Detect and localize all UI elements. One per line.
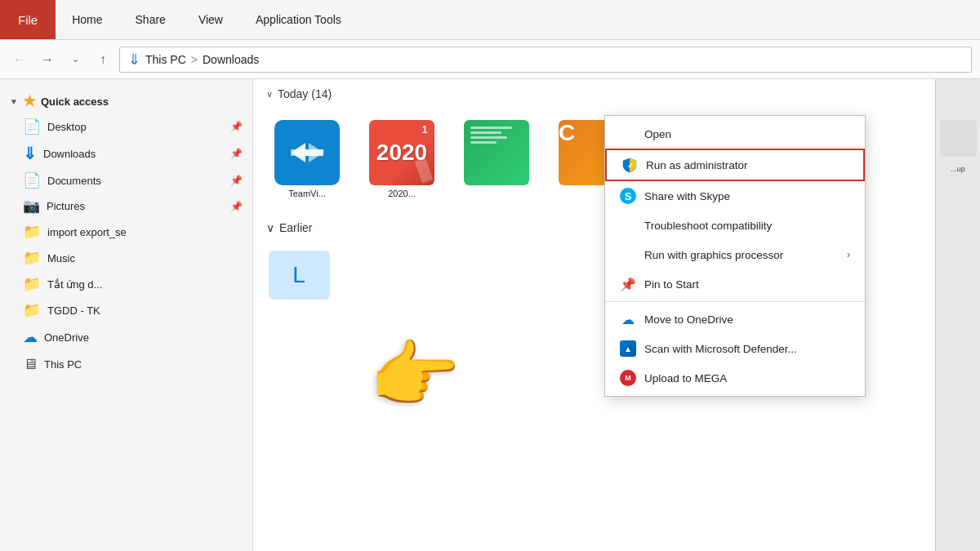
forward-button[interactable]: → (36, 48, 59, 71)
skype-icon: S (620, 188, 636, 204)
tgdd-folder-icon: 📁 (23, 301, 41, 319)
today-label: Today (14) (278, 87, 332, 100)
pin-icon-documents: 📌 (230, 175, 243, 186)
ctx-graphics-label: Run with graphics processor (644, 249, 783, 261)
ctx-pin[interactable]: 📌 Pin to Start (605, 269, 865, 299)
sidebar-item-thispc[interactable]: 🖥 This PC (0, 351, 252, 378)
mega-icon: M (620, 370, 636, 386)
sidebar-item-import[interactable]: 📁 import export_se (0, 219, 252, 245)
pictures-icon: 📷 (23, 198, 40, 215)
context-menu: Open ✓ Run as administrator S Shar (604, 115, 866, 397)
file-item-partial[interactable]: L (266, 246, 332, 308)
ctx-troubleshoot[interactable]: Troubleshoot compatibility (605, 211, 865, 240)
right-strip: ...up (935, 79, 980, 551)
icon-2020: 2020 1 (369, 120, 434, 185)
ctx-run-admin[interactable]: ✓ Run as administrator (605, 149, 865, 181)
nav-bar: ← → ⌄ ↑ ⇓ This PC > Downloads (0, 40, 980, 79)
path-pc: This PC (145, 53, 186, 66)
ctx-pin-icon: 📌 (620, 276, 636, 292)
main-layout: ▼ ★ Quick access 📄 Desktop 📌 ⇓ Downloads… (0, 79, 980, 551)
pin-icon-pictures: 📌 (230, 201, 243, 212)
address-bar[interactable]: ⇓ This PC > Downloads (119, 47, 972, 73)
menu-bar: File Home Share View Application Tools (0, 0, 980, 40)
sidebar-item-music[interactable]: 📁 Music (0, 245, 252, 271)
ctx-skype-label: Share with Skype (644, 190, 730, 202)
expand-arrow: ▼ (10, 97, 18, 106)
svg-text:✓: ✓ (627, 162, 634, 170)
pin-icon-desktop: 📌 (230, 121, 243, 132)
ctx-pin-label: Pin to Start (644, 278, 699, 291)
sidebar-item-pictures[interactable]: 📷 Pictures 📌 (0, 193, 252, 219)
downloads-icon: ⇓ (23, 144, 37, 163)
ctx-defender-label: Scan with Microsoft Defender... (644, 343, 797, 355)
sidebar-item-tatung[interactable]: 📁 Tắt ứng d... (0, 271, 252, 297)
menu-home[interactable]: Home (56, 0, 118, 39)
ctx-open-label: Open (644, 128, 671, 140)
teamviewer-label: TeamVi... (288, 189, 326, 198)
ctx-defender[interactable]: ▲ Scan with Microsoft Defender... (605, 334, 865, 363)
sidebar-label-import: import export_se (47, 226, 127, 238)
label-2020: 2020... (388, 189, 416, 198)
ctx-graphics[interactable]: Run with graphics processor › (605, 240, 865, 269)
today-section-header[interactable]: ∨ Today (14) (253, 79, 980, 109)
sidebar-label-desktop: Desktop (47, 121, 87, 133)
shield-icon: ✓ (621, 157, 638, 173)
sidebar-label-thispc: This PC (44, 358, 82, 371)
ctx-skype[interactable]: S Share with Skype (605, 181, 865, 211)
sidebar-label-music: Music (47, 252, 75, 264)
documents-icon: 📄 (23, 171, 41, 189)
chevron-right-icon: › (847, 249, 850, 260)
back-button[interactable]: ← (8, 48, 31, 71)
sidebar-item-downloads[interactable]: ⇓ Downloads 📌 (0, 140, 252, 167)
recent-button[interactable]: ⌄ (64, 48, 87, 71)
chevron-down-icon: ∨ (266, 89, 273, 100)
ctx-separator-1 (605, 301, 865, 302)
menu-share[interactable]: Share (119, 0, 182, 39)
ctx-mega[interactable]: M Upload to MEGA (605, 363, 865, 393)
ctx-mega-label: Upload to MEGA (644, 372, 727, 384)
teamviewer-thumb (274, 120, 340, 185)
sidebar-item-tgdd[interactable]: 📁 TGDD - TK (0, 297, 252, 323)
right-item-1 (940, 120, 977, 157)
sidebar-label-pictures: Pictures (47, 200, 85, 212)
ctx-open[interactable]: Open (605, 119, 865, 149)
quick-access-header[interactable]: ▼ ★ Quick access (0, 89, 252, 113)
onedrive-icon-ctx: ☁ (620, 311, 636, 327)
sidebar: ▼ ★ Quick access 📄 Desktop 📌 ⇓ Downloads… (0, 79, 253, 551)
menu-app-tools[interactable]: Application Tools (239, 0, 358, 39)
up-button[interactable]: ↑ (91, 48, 114, 71)
ctx-run-admin-label: Run as administrator (646, 159, 748, 171)
pin-icon-downloads: 📌 (230, 148, 243, 159)
teamviewer-icon (274, 120, 340, 185)
menu-file[interactable]: File (0, 0, 56, 39)
quick-access-label: Quick access (41, 96, 109, 108)
onedrive-icon: ☁ (23, 328, 38, 346)
sidebar-item-documents[interactable]: 📄 Documents 📌 (0, 167, 252, 193)
thispc-icon: 🖥 (23, 356, 38, 373)
sidebar-label-tatung: Tắt ứng d... (47, 278, 102, 291)
defender-icon: ▲ (620, 340, 636, 357)
import-folder-icon: 📁 (23, 223, 41, 241)
folder-icon: ⇓ (128, 51, 140, 69)
sidebar-label-documents: Documents (47, 175, 101, 187)
sidebar-label-tgdd: TGDD - TK (47, 304, 100, 317)
file-item-green[interactable] (456, 115, 537, 203)
desktop-icon: 📄 (23, 118, 41, 136)
right-label-1: ...up (940, 165, 976, 173)
chevron-earlier-icon: ∨ (266, 221, 274, 234)
file-item-teamviewer[interactable]: TeamVi... (266, 115, 348, 203)
path-folder: Downloads (203, 53, 259, 66)
music-folder-icon: 📁 (23, 249, 41, 267)
svg-marker-1 (291, 143, 323, 162)
hand-cursor: 👈 (372, 332, 463, 418)
path-sep1: > (191, 53, 198, 66)
file-item-2020[interactable]: 2020 1 2020... (361, 115, 443, 203)
content-area: ∨ Today (14) T (253, 79, 980, 551)
thumb-2020: 2020 1 (369, 120, 434, 185)
sidebar-item-desktop[interactable]: 📄 Desktop 📌 (0, 113, 252, 140)
sidebar-item-onedrive[interactable]: ☁ OneDrive (0, 323, 252, 351)
menu-view[interactable]: View (182, 0, 239, 39)
ctx-onedrive[interactable]: ☁ Move to OneDrive (605, 304, 865, 334)
badge-1: 1 (416, 122, 433, 138)
tatung-folder-icon: 📁 (23, 275, 41, 293)
